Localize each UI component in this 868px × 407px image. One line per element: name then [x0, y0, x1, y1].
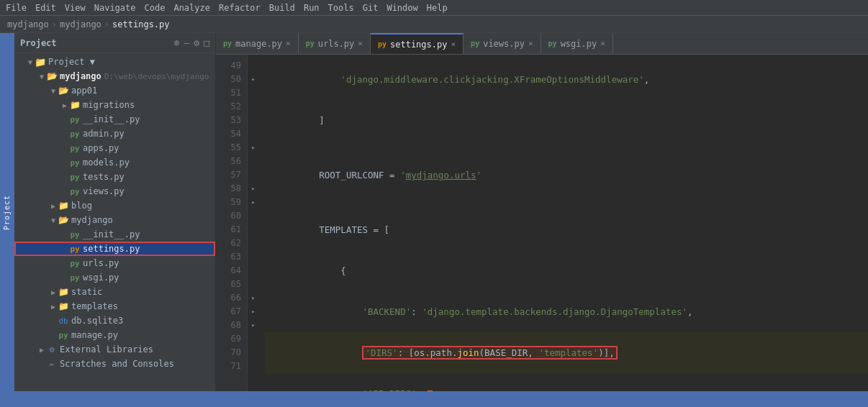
- status-bar: [0, 391, 868, 407]
- menu-git[interactable]: Git: [363, 3, 379, 13]
- fold-icon-68[interactable]: ▸: [248, 319, 259, 332]
- menu-build[interactable]: Build: [269, 3, 295, 13]
- sidebar-gear-icon[interactable]: ⚙: [194, 37, 199, 48]
- fold-icon-55[interactable]: ▸: [248, 141, 259, 155]
- fold-icon-67[interactable]: ▸: [248, 305, 259, 319]
- tree-item-mydjango-root[interactable]: ▼ 📂 mydjango D:\web\devops\mydjango: [14, 69, 215, 83]
- sidebar: Project ⊕ — ⚙ □ ▼ 📁 Project ▼ ▼ 📂: [14, 33, 216, 391]
- sidebar-tree: ▼ 📁 Project ▼ ▼ 📂 mydjango D:\web\devops…: [14, 53, 215, 391]
- tab-settings-icon: py: [378, 40, 386, 48]
- code-line-52: ROOT_URLCONF = 'mydjango.urls': [265, 155, 868, 196]
- tab-urls[interactable]: py urls.py ×: [299, 33, 371, 55]
- tree-item-views[interactable]: py views.py: [14, 184, 215, 198]
- breadcrumb-sep2: ›: [104, 19, 109, 29]
- tab-wsgi-close[interactable]: ×: [600, 39, 605, 48]
- tree-item-app01[interactable]: ▼ 📂 app01: [14, 83, 215, 98]
- tab-wsgi-icon: py: [548, 40, 557, 47]
- tree-item-apps[interactable]: py apps.py: [14, 141, 215, 155]
- editor-content: 49 50 51 52 53 54 55 56 57 58 59 60 61 6…: [216, 55, 868, 391]
- tree-item-templates[interactable]: ▶ 📁 templates: [14, 299, 215, 314]
- project-stripe: Project: [0, 33, 14, 391]
- tree-item-migrations[interactable]: ▶ 📁 migrations: [14, 98, 215, 112]
- menu-bar: File Edit View Navigate Code Analyze Ref…: [0, 0, 868, 16]
- tree-item-db[interactable]: db db.sqlite3: [14, 314, 215, 328]
- fold-icon-59[interactable]: ▸: [248, 196, 259, 209]
- breadcrumb-sep1: ›: [52, 19, 57, 29]
- tab-manage-label: manage.py: [235, 39, 282, 49]
- sidebar-minus-icon[interactable]: —: [184, 37, 190, 48]
- breadcrumb-bar: mydjango › mydjango › settings.py: [0, 16, 868, 33]
- tree-item-blog[interactable]: ▶ 📁 blog: [14, 198, 215, 213]
- code-area[interactable]: 'django.middleware.clickjacking.XFrameOp…: [259, 55, 868, 391]
- sidebar-header: Project ⊕ — ⚙ □: [14, 33, 215, 53]
- tab-settings[interactable]: py settings.py ×: [371, 33, 464, 55]
- tab-urls-icon: py: [306, 40, 315, 47]
- fold-icon-66[interactable]: ▸: [248, 291, 259, 305]
- tab-bar: py manage.py × py urls.py × py settings.…: [216, 33, 868, 55]
- tab-manage-close[interactable]: ×: [286, 39, 291, 48]
- code-line-56: 'BACKEND': 'django.template.backends.dja…: [265, 291, 868, 332]
- tree-item-external[interactable]: ▶ ⚙ External Libraries: [14, 342, 215, 357]
- tree-item-urls[interactable]: py urls.py: [14, 256, 215, 270]
- code-line-55: {: [265, 250, 868, 291]
- breadcrumb-mydjango2[interactable]: mydjango: [60, 19, 101, 29]
- breadcrumb-settings[interactable]: settings.py: [112, 19, 169, 29]
- menu-tools[interactable]: Tools: [328, 3, 354, 13]
- code-line-51: [265, 141, 868, 155]
- tree-item-admin[interactable]: py admin.py: [14, 127, 215, 141]
- tab-views[interactable]: py views.py ×: [464, 33, 541, 55]
- tab-manage[interactable]: py manage.py ×: [216, 33, 299, 55]
- tab-wsgi[interactable]: py wsgi.py ×: [541, 33, 613, 55]
- fold-icon-58[interactable]: ▸: [248, 182, 259, 196]
- tab-wsgi-label: wsgi.py: [561, 39, 597, 49]
- menu-navigate[interactable]: Navigate: [94, 3, 136, 13]
- line-numbers: 49 50 51 52 53 54 55 56 57 58 59 60 61 6…: [216, 55, 248, 391]
- tab-urls-close[interactable]: ×: [358, 39, 363, 48]
- menu-refactor[interactable]: Refactor: [219, 3, 261, 13]
- menu-code[interactable]: Code: [145, 3, 166, 13]
- menu-analyze[interactable]: Analyze: [173, 3, 210, 13]
- gutter: ▸ ▸ ▸ ▸ ▸ ▸ ▸: [248, 55, 259, 391]
- menu-help[interactable]: Help: [427, 3, 448, 13]
- tree-item-tests[interactable]: py tests.py: [14, 170, 215, 184]
- code-line-50: ]: [265, 100, 868, 141]
- tab-settings-close[interactable]: ×: [451, 40, 456, 49]
- tab-urls-label: urls.py: [318, 39, 355, 49]
- tab-manage-icon: py: [223, 40, 232, 47]
- tab-settings-label: settings.py: [390, 40, 447, 50]
- tree-item-mydjango-inner[interactable]: ▼ 📂 mydjango: [14, 213, 215, 227]
- project-stripe-label: Project: [4, 194, 12, 229]
- code-line-57: 'DIRS': [os.path.join(BASE_DIR, 'templat…: [265, 332, 868, 373]
- tree-item-wsgi[interactable]: py wsgi.py: [14, 270, 215, 285]
- sidebar-title: Project: [20, 38, 174, 48]
- tree-item-settings[interactable]: py settings.py: [14, 242, 215, 256]
- fold-icon-50[interactable]: ▸: [248, 73, 259, 86]
- tree-item-inner-init[interactable]: py __init__.py: [14, 227, 215, 242]
- tree-item-scratches[interactable]: ✏ Scratches and Consoles: [14, 357, 215, 371]
- sidebar-add-icon[interactable]: ⊕: [174, 37, 180, 48]
- tree-item-manage[interactable]: py manage.py: [14, 328, 215, 342]
- editor-area: py manage.py × py urls.py × py settings.…: [216, 33, 868, 391]
- code-line-49: 'django.middleware.clickjacking.XFrameOp…: [265, 59, 868, 100]
- tab-views-close[interactable]: ×: [528, 39, 533, 48]
- main-layout: Project Project ⊕ — ⚙ □ ▼ 📁 Project ▼: [0, 33, 868, 391]
- code-line-53: [265, 196, 868, 209]
- menu-view[interactable]: View: [65, 3, 86, 13]
- menu-edit[interactable]: Edit: [35, 3, 56, 13]
- tab-views-icon: py: [471, 40, 479, 47]
- breadcrumb-mydjango[interactable]: mydjango: [7, 19, 49, 29]
- tab-views-label: views.py: [483, 39, 525, 49]
- code-line-54: TEMPLATES = [: [265, 209, 868, 250]
- menu-file[interactable]: File: [6, 3, 27, 13]
- tree-item-app01-init[interactable]: py __init__.py: [14, 112, 215, 127]
- tree-item-models[interactable]: py models.py: [14, 155, 215, 170]
- sidebar-collapse-icon[interactable]: □: [204, 37, 209, 48]
- menu-run[interactable]: Run: [304, 3, 320, 13]
- sidebar-header-icons: ⊕ — ⚙ □: [174, 37, 209, 48]
- tree-item-project[interactable]: ▼ 📁 Project ▼: [14, 55, 215, 69]
- menu-window[interactable]: Window: [386, 3, 417, 13]
- code-line-58: 'APP_DIRS': True,: [265, 373, 868, 391]
- tree-item-static[interactable]: ▶ 📁 static: [14, 285, 215, 299]
